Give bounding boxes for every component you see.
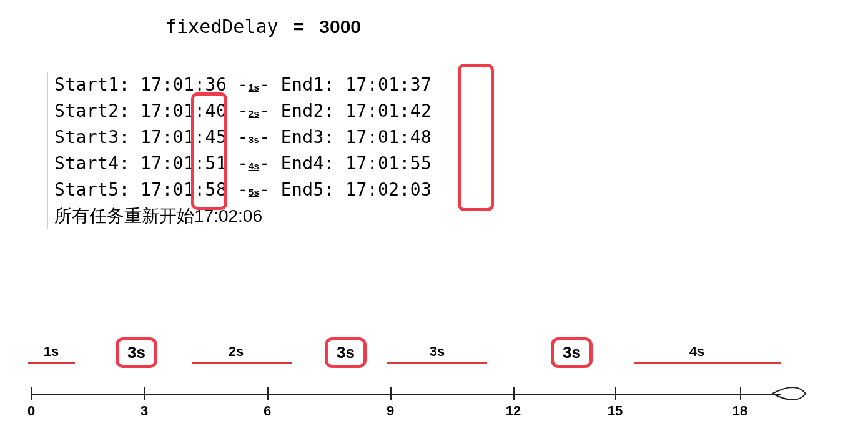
end-label: End2: (281, 101, 335, 121)
end-time: 17:01:48 (345, 127, 432, 147)
duration-badge: 4s (249, 161, 260, 171)
exec-segment (634, 362, 781, 364)
exec-segment-label: 4s (689, 344, 704, 360)
axis-tick (513, 387, 515, 400)
start-time: 17:01:36 (141, 74, 227, 95)
delay-badge: 3s (116, 337, 157, 368)
end-time: 17:01:55 (345, 153, 432, 174)
log-row: Start2: 17:01:40 -2s- End2: 17:01:42 (54, 98, 432, 124)
axis-tick (390, 387, 392, 400)
axis-tick-label: 3 (141, 403, 148, 419)
title-value: 3000 (319, 16, 361, 37)
exec-segment-label: 2s (229, 344, 244, 360)
end-label: End3: (281, 127, 335, 147)
duration-badge: 2s (249, 108, 260, 119)
start-label: Start1: (54, 74, 130, 95)
start-time: 17:01:40 (141, 101, 227, 121)
timeline: 0 3 6 9 12 15 18 1s 2s 3s 4s 3s 3s 3s (31, 337, 787, 419)
log-footer: 所有任务重新开始17:02:06 (54, 203, 432, 229)
log-row: Start4: 17:01:51 -4s- End4: 17:01:55 (54, 151, 432, 177)
end-time: 17:02:03 (345, 179, 432, 200)
arrow-right-icon (771, 375, 809, 412)
end-label: End5: (281, 179, 335, 200)
exec-segment (192, 362, 292, 364)
delay-badge: 3s (551, 337, 593, 368)
axis-tick (740, 387, 741, 400)
axis-tick-label: 0 (27, 403, 35, 419)
delay-badge: 3s (325, 337, 367, 368)
axis-tick-label: 12 (506, 403, 521, 419)
end-label: End1: (281, 74, 335, 95)
start-label: Start3: (54, 127, 130, 147)
log-row: Start5: 17:01:58 -5s- End5: 17:02:03 (54, 177, 432, 203)
duration-badge: 5s (249, 187, 260, 197)
title-param: fixedDelay (165, 16, 279, 37)
exec-segment (28, 362, 75, 364)
duration-badge: 3s (249, 134, 260, 145)
axis-tick-label: 15 (608, 403, 623, 419)
axis-tick (31, 387, 32, 400)
log-block: Start1: 17:01:36 -1s- End1: 17:01:37 Sta… (47, 72, 432, 229)
log-row: Start1: 17:01:36 -1s- End1: 17:01:37 (54, 72, 432, 98)
axis-line (31, 394, 781, 395)
axis-tick-label: 6 (264, 403, 271, 419)
start-label: Start4: (54, 153, 130, 174)
start-time: 17:01:58 (141, 179, 227, 200)
axis-tick (267, 387, 269, 400)
axis-tick-label: 9 (387, 403, 394, 419)
log-row: Start3: 17:01:45 -3s- End3: 17:01:48 (54, 124, 432, 151)
axis-tick (615, 387, 616, 400)
exec-segment-label: 3s (430, 344, 445, 360)
duration-badge: 1s (249, 82, 260, 92)
start-label: Start5: (54, 179, 130, 200)
start-time: 17:01:45 (141, 127, 227, 147)
axis-tick-label: 18 (732, 403, 747, 419)
title-eq: = (293, 16, 305, 37)
exec-segment-label: 1s (44, 344, 59, 360)
start-time: 17:01:51 (141, 153, 227, 174)
end-time: 17:01:37 (345, 74, 432, 95)
start-label: Start2: (54, 101, 130, 121)
title: fixedDelay = 3000 (165, 16, 361, 37)
axis-tick (144, 387, 145, 400)
exec-segment (387, 362, 487, 364)
end-label: End4: (281, 153, 335, 174)
highlight-end-seconds (458, 64, 494, 211)
end-time: 17:01:42 (345, 101, 432, 121)
